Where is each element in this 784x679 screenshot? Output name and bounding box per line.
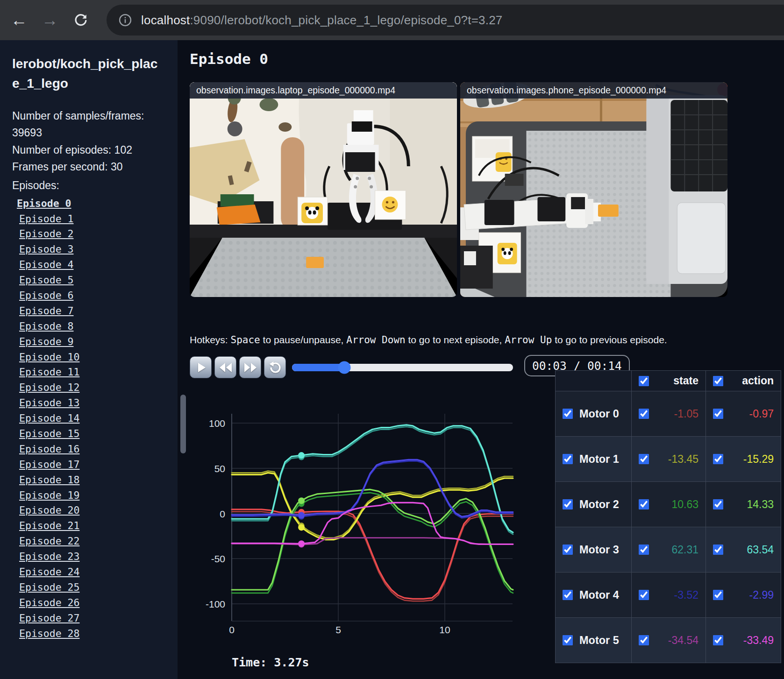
- episode-link-24[interactable]: Episode 24: [12, 565, 165, 580]
- scrollbar-thumb[interactable]: [180, 395, 186, 453]
- episode-link-0[interactable]: Episode 0: [12, 196, 165, 212]
- episode-link-20[interactable]: Episode 20: [12, 503, 165, 518]
- action-column-checkbox[interactable]: [713, 376, 723, 386]
- motor-4-state-value: -3.52: [674, 589, 698, 601]
- episode-link-19[interactable]: Episode 19: [12, 488, 165, 503]
- motor-table: stateactionMotor 0-1.05-0.97Motor 1-13.4…: [555, 370, 781, 663]
- motor-4-action-checkbox[interactable]: [713, 590, 723, 600]
- lego-block-top: [598, 205, 619, 217]
- motor-3-action-value: 63.54: [747, 544, 774, 556]
- motor-0-row-checkbox[interactable]: [563, 409, 573, 419]
- seek-slider[interactable]: [292, 364, 513, 371]
- laptop: [647, 95, 727, 284]
- motor-5-state-checkbox[interactable]: [639, 635, 649, 645]
- episode-link-22[interactable]: Episode 22: [12, 534, 165, 549]
- dataset-stats: Number of samples/frames: 39693 Number o…: [12, 107, 150, 175]
- motor-2-label: Motor 2: [579, 498, 619, 511]
- motor-1-state-value: -13.45: [668, 453, 698, 466]
- episode-link-4[interactable]: Episode 4: [12, 257, 165, 273]
- motor-0-action-checkbox[interactable]: [713, 409, 723, 419]
- motor-1-action-marker: [298, 524, 305, 530]
- dataset-title: lerobot/koch_pick_place_1_lego: [12, 54, 158, 93]
- episode-link-14[interactable]: Episode 14: [12, 411, 165, 426]
- motor-row-2: Motor 210.6314.33: [556, 482, 781, 527]
- motor-4-row-checkbox[interactable]: [563, 590, 573, 600]
- episode-link-21[interactable]: Episode 21: [12, 518, 165, 534]
- x-tick-label: 5: [335, 624, 341, 635]
- episode-link-9[interactable]: Episode 9: [12, 334, 165, 350]
- hotkey-key-5: Arrow Up: [505, 334, 552, 346]
- motor-2-row-checkbox[interactable]: [563, 499, 573, 509]
- motor-5-label: Motor 5: [579, 634, 619, 647]
- episode-link-13[interactable]: Episode 13: [12, 396, 165, 411]
- motor-0-label: Motor 0: [579, 408, 619, 420]
- motor-4-state-checkbox[interactable]: [639, 590, 649, 600]
- y-tick-label: 100: [209, 418, 225, 429]
- motor-chart: 100500-50-1000510: [190, 374, 514, 635]
- motor-1-row-checkbox[interactable]: [563, 454, 573, 464]
- motor-5-state-value: -34.54: [668, 634, 698, 647]
- motor-1-action-checkbox[interactable]: [713, 454, 723, 464]
- episode-link-6[interactable]: Episode 6: [12, 288, 165, 304]
- motor-2-action-marker: [298, 497, 305, 504]
- url-path: :9090/lerobot/koch_pick_place_1_lego/epi…: [190, 13, 502, 27]
- url-bar[interactable]: localhost:9090/lerobot/koch_pick_place_1…: [107, 5, 784, 35]
- lego-block: [306, 257, 324, 268]
- episode-link-15[interactable]: Episode 15: [12, 426, 165, 442]
- motor-5-action-checkbox[interactable]: [713, 635, 723, 645]
- y-tick-label: -50: [211, 553, 225, 564]
- hotkey-key-3: Arrow Down: [346, 334, 405, 346]
- motor-row-0: Motor 0-1.05-0.97: [556, 391, 781, 437]
- episode-link-2[interactable]: Episode 2: [12, 226, 165, 242]
- motor-0-state-checkbox[interactable]: [639, 409, 649, 419]
- episode-link-1[interactable]: Episode 1: [12, 212, 165, 227]
- browser-toolbar: ← → localhost:9090/lerobot/koch_pick_pla…: [0, 0, 784, 40]
- episode-link-8[interactable]: Episode 8: [12, 319, 165, 334]
- motor-0-state-value: -1.05: [674, 408, 698, 420]
- episode-link-10[interactable]: Episode 10: [12, 350, 165, 365]
- episode-link-27[interactable]: Episode 27: [12, 611, 165, 626]
- motor-row-4: Motor 4-3.52-2.99: [556, 573, 781, 618]
- reload-icon: [73, 13, 88, 28]
- hotkey-key-1: Space: [231, 334, 260, 346]
- motor-5-action-marker: [298, 540, 305, 547]
- episode-link-11[interactable]: Episode 11: [12, 365, 165, 380]
- url-host: localhost: [141, 13, 190, 27]
- y-tick-label: 50: [214, 463, 225, 474]
- motor-3-state-checkbox[interactable]: [639, 545, 649, 555]
- browser-back-button[interactable]: ←: [7, 8, 31, 32]
- motor-2-action-checkbox[interactable]: [713, 499, 723, 509]
- video-player-phone[interactable]: observation.images.phone_episode_000000.…: [460, 82, 727, 297]
- motor-1-state-checkbox[interactable]: [639, 454, 649, 464]
- hotkeys-help: Hotkeys: Space to pause/unpause, Arrow D…: [190, 334, 667, 346]
- episode-link-16[interactable]: Episode 16: [12, 442, 165, 457]
- site-info-icon[interactable]: [116, 11, 135, 29]
- episode-link-12[interactable]: Episode 12: [12, 380, 165, 396]
- video-player-laptop[interactable]: observation.images.laptop_episode_000000…: [190, 82, 457, 297]
- motor-5-action-value: -33.49: [743, 634, 774, 647]
- episode-link-23[interactable]: Episode 23: [12, 549, 165, 565]
- episode-link-18[interactable]: Episode 18: [12, 473, 165, 488]
- motor-2-state-checkbox[interactable]: [639, 499, 649, 509]
- motor-5-row-checkbox[interactable]: [563, 635, 573, 645]
- episode-link-3[interactable]: Episode 3: [12, 242, 165, 257]
- motor-3-action-checkbox[interactable]: [713, 545, 723, 555]
- state-column-header: state: [673, 375, 698, 387]
- stat-fps: Frames per second: 30: [12, 158, 150, 175]
- browser-forward-button[interactable]: →: [38, 8, 62, 32]
- state-column-checkbox[interactable]: [639, 376, 649, 386]
- motor-3-row-checkbox[interactable]: [563, 545, 573, 555]
- episode-link-5[interactable]: Episode 5: [12, 273, 165, 288]
- motor-2-action-value: 14.33: [747, 498, 774, 511]
- hotkey-text-6: to go to previous episode.: [552, 334, 667, 345]
- browser-reload-button[interactable]: [69, 8, 93, 32]
- video-title-phone: observation.images.phone_episode_000000.…: [460, 82, 727, 99]
- y-tick-label: -100: [206, 599, 225, 609]
- seek-thumb[interactable]: [338, 361, 350, 374]
- episode-link-17[interactable]: Episode 17: [12, 457, 165, 473]
- episode-link-25[interactable]: Episode 25: [12, 580, 165, 595]
- motor-4-label: Motor 4: [579, 589, 619, 601]
- episode-link-28[interactable]: Episode 28: [12, 626, 165, 642]
- episode-link-26[interactable]: Episode 26: [12, 595, 165, 611]
- episode-link-7[interactable]: Episode 7: [12, 304, 165, 319]
